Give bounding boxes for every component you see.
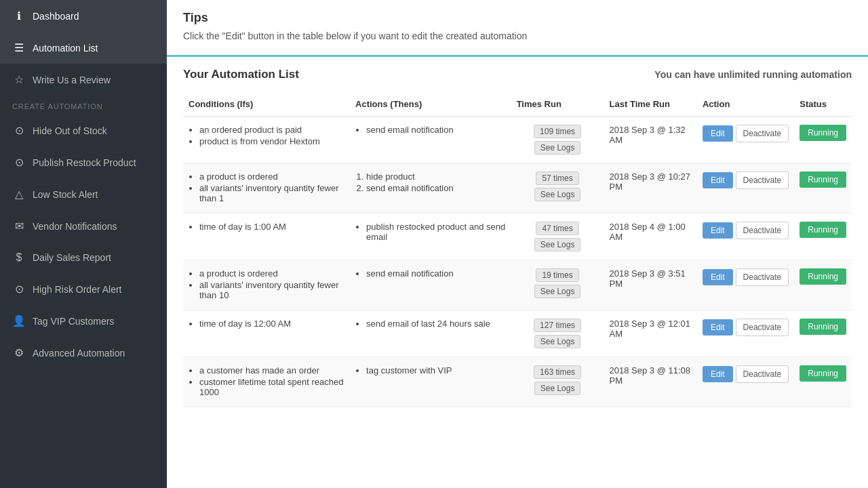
- actions-cell: publish restocked product and send email: [350, 214, 511, 260]
- edit-button[interactable]: Edit: [703, 125, 733, 142]
- automation-list-note: You can have unlimited running automatio…: [654, 69, 852, 80]
- action-cell: EditDeactivate: [697, 357, 794, 407]
- times-run-cell: 57 timesSee Logs: [511, 163, 604, 214]
- automation-list-title: Your Automation List: [183, 68, 299, 81]
- edit-button[interactable]: Edit: [703, 172, 733, 188]
- deactivate-button[interactable]: Deactivate: [736, 319, 789, 336]
- info-icon: ℹ: [12, 9, 26, 22]
- status-cell: Running: [794, 163, 852, 214]
- status-cell: Running: [794, 214, 852, 260]
- conditions-cell: a product is orderedall variants' invent…: [183, 163, 350, 214]
- alert-icon: ⊙: [12, 283, 26, 296]
- deactivate-button[interactable]: Deactivate: [736, 171, 789, 189]
- edit-button[interactable]: Edit: [703, 269, 733, 285]
- times-run-cell: 163 timesSee Logs: [511, 357, 604, 407]
- sidebar-label-automation-list: Automation List: [33, 43, 98, 54]
- action-cell: EditDeactivate: [697, 310, 794, 357]
- status-badge[interactable]: Running: [800, 268, 846, 285]
- deactivate-button[interactable]: Deactivate: [736, 125, 789, 142]
- sidebar-label-dashboard: Dashboard: [33, 11, 79, 22]
- sidebar-item-vendor-notifications[interactable]: ✉ Vendor Notifications: [0, 210, 167, 242]
- times-run-cell: 47 timesSee Logs: [511, 214, 604, 260]
- see-logs-button[interactable]: See Logs: [534, 238, 581, 251]
- status-badge[interactable]: Running: [800, 125, 846, 141]
- edit-button[interactable]: Edit: [703, 222, 733, 239]
- times-badge: 19 times: [536, 268, 578, 282]
- list-icon: ☰: [12, 41, 26, 54]
- sidebar-label-advanced-automation: Advanced Automation: [33, 348, 125, 359]
- table-row: time of day is 12:00 AMsend email of las…: [183, 310, 852, 357]
- status-badge[interactable]: Running: [800, 222, 846, 238]
- deactivate-button[interactable]: Deactivate: [736, 222, 789, 239]
- star-icon: ☆: [12, 73, 26, 86]
- conditions-cell: an ordered product is paidproduct is fro…: [183, 117, 350, 163]
- actions-cell: send email notification: [350, 117, 511, 163]
- dollar-icon: $: [12, 251, 26, 264]
- sidebar-label-tag-vip: Tag VIP Customers: [33, 316, 114, 327]
- see-logs-button[interactable]: See Logs: [534, 335, 581, 348]
- automation-table: Conditions (Ifs) Actions (Thens) Times R…: [183, 92, 852, 407]
- automation-section: Your Automation List You can have unlimi…: [167, 57, 868, 488]
- col-status: Status: [794, 92, 852, 117]
- main-content: Tips Click the "Edit" button in the tabl…: [167, 0, 868, 488]
- see-logs-button[interactable]: See Logs: [534, 382, 581, 395]
- mail-icon: ✉: [12, 220, 26, 232]
- sidebar-label-high-risk-order: High Risk Order Alert: [33, 284, 121, 295]
- status-badge[interactable]: Running: [800, 365, 846, 382]
- status-cell: Running: [794, 310, 852, 357]
- col-action: Action: [697, 92, 794, 117]
- action-cell: EditDeactivate: [697, 163, 794, 214]
- sidebar-item-high-risk-order[interactable]: ⊙ High Risk Order Alert: [0, 273, 167, 305]
- status-badge[interactable]: Running: [800, 319, 846, 335]
- conditions-cell: a customer has made an ordercustomer lif…: [183, 357, 350, 407]
- action-cell: EditDeactivate: [697, 260, 794, 310]
- tips-title: Tips: [183, 11, 852, 25]
- edit-button[interactable]: Edit: [703, 366, 733, 382]
- sidebar-item-daily-sales-report[interactable]: $ Daily Sales Report: [0, 242, 167, 273]
- sidebar-label-hide-out-of-stock: Hide Out of Stock: [33, 125, 107, 136]
- times-badge: 47 times: [536, 222, 578, 235]
- sidebar-item-low-stock-alert[interactable]: △ Low Stock Alert: [0, 178, 167, 210]
- see-logs-button[interactable]: See Logs: [534, 141, 581, 155]
- col-times-run: Times Run: [511, 92, 604, 117]
- times-badge: 57 times: [536, 171, 578, 185]
- deactivate-button[interactable]: Deactivate: [736, 268, 789, 286]
- times-run-cell: 109 timesSee Logs: [511, 117, 604, 163]
- action-cell: EditDeactivate: [697, 117, 794, 163]
- times-badge: 127 times: [534, 319, 581, 332]
- action-cell: EditDeactivate: [697, 214, 794, 260]
- conditions-cell: time of day is 1:00 AM: [183, 214, 350, 260]
- circle-icon-2: ⊙: [12, 156, 26, 169]
- sidebar-item-advanced-automation[interactable]: ⚙ Advanced Automation: [0, 337, 167, 369]
- table-header-row: Conditions (Ifs) Actions (Thens) Times R…: [183, 92, 852, 117]
- col-actions: Actions (Thens): [350, 92, 511, 117]
- sidebar-item-publish-restock[interactable]: ⊙ Publish Restock Product: [0, 146, 167, 178]
- col-conditions: Conditions (Ifs): [183, 92, 350, 117]
- table-row: a product is orderedall variants' invent…: [183, 163, 852, 214]
- status-badge[interactable]: Running: [800, 171, 846, 188]
- times-badge: 109 times: [534, 125, 581, 138]
- sidebar: ℹ Dashboard ☰ Automation List ☆ Write Us…: [0, 0, 167, 488]
- user-icon: 👤: [12, 314, 26, 327]
- last-time-run-cell: 2018 Sep 3 @ 3:51 PM: [604, 260, 697, 310]
- last-time-run-cell: 2018 Sep 3 @ 11:08 PM: [604, 357, 697, 407]
- status-cell: Running: [794, 260, 852, 310]
- times-badge: 163 times: [534, 365, 581, 379]
- sidebar-item-automation-list[interactable]: ☰ Automation List: [0, 32, 167, 64]
- actions-cell: send email of last 24 hours sale: [350, 310, 511, 357]
- see-logs-button[interactable]: See Logs: [534, 285, 581, 298]
- last-time-run-cell: 2018 Sep 3 @ 12:01 AM: [604, 310, 697, 357]
- sidebar-item-tag-vip[interactable]: 👤 Tag VIP Customers: [0, 305, 167, 337]
- tips-text: Click the "Edit" button in the table bel…: [183, 30, 852, 41]
- actions-cell: send email notification: [350, 260, 511, 310]
- circle-icon-1: ⊙: [12, 124, 26, 137]
- last-time-run-cell: 2018 Sep 4 @ 1:00 AM: [604, 214, 697, 260]
- see-logs-button[interactable]: See Logs: [534, 188, 581, 201]
- edit-button[interactable]: Edit: [703, 319, 733, 336]
- deactivate-button[interactable]: Deactivate: [736, 365, 789, 383]
- sidebar-item-dashboard[interactable]: ℹ Dashboard: [0, 0, 167, 32]
- table-row: a customer has made an ordercustomer lif…: [183, 357, 852, 407]
- sidebar-label-daily-sales-report: Daily Sales Report: [33, 252, 111, 263]
- sidebar-item-hide-out-of-stock[interactable]: ⊙ Hide Out of Stock: [0, 115, 167, 146]
- sidebar-item-write-review[interactable]: ☆ Write Us a Review: [0, 64, 167, 96]
